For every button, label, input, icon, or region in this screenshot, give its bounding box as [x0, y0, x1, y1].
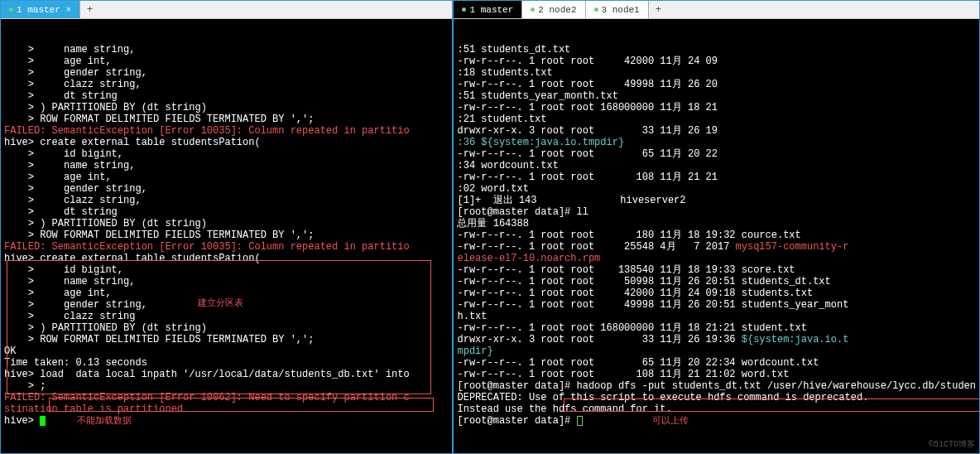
annotation-label-2: 不能加载数据: [77, 415, 132, 427]
terminal-line: DEPRECATED: Use of this script to execut…: [457, 392, 976, 403]
left-terminal[interactable]: > name string, > age int, > gender strin…: [1, 19, 452, 453]
terminal-line: FAILED: SemanticException [Error 10062]:…: [4, 392, 449, 403]
tab-label: 3 node1: [602, 5, 640, 15]
left-tabbar: 1 master × +: [1, 1, 452, 19]
terminal-line: -rw-r--r--. 1 root root 180 11月 18 19:32…: [457, 229, 976, 241]
terminal-line: :51 students_year_month.txt: [457, 90, 976, 102]
terminal-line: -rw-r--r--. 1 root root 42000 11月 24 09: [457, 56, 976, 67]
terminal-line: FAILED: SemanticException [Error 10035]:…: [4, 241, 449, 253]
terminal-line: -rw-r--r--. 1 root root 65 11月 20 22:34 …: [457, 357, 976, 369]
terminal-line: -rw-r--r--. 1 root root 50998 11月 26 20:…: [457, 276, 976, 287]
terminal-line: > clazz string,: [4, 79, 449, 90]
tab-label: 2 node2: [538, 5, 576, 15]
terminal-line: hive> create external table studentsPati…: [4, 137, 449, 148]
terminal-line: > ;: [4, 380, 449, 392]
terminal-line: :34 wordcount.txt: [457, 160, 976, 171]
terminal-line: > ROW FORMAT DELIMITED FIELDS TERMINATED…: [4, 229, 449, 241]
terminal-line: [root@master data]#: [457, 415, 976, 427]
cursor-icon: [40, 416, 46, 426]
right-terminal[interactable]: :51 students_dt.txt-rw-r--r--. 1 root ro…: [454, 19, 979, 453]
terminal-line: -rw-r--r--. 1 root root 42000 11月 24 09:…: [457, 287, 976, 299]
tab-label: 1 master ×: [17, 5, 71, 15]
status-dot-icon: [531, 7, 535, 12]
terminal-line: hive> load data local inpath '/usr/local…: [4, 369, 449, 380]
terminal-line: OK: [4, 345, 449, 357]
terminal-line: -rw-r--r--. 1 root root 49998 11月 26 20: [457, 79, 976, 90]
terminal-line: > ROW FORMAT DELIMITED FIELDS TERMINATED…: [4, 114, 449, 125]
terminal-line: > ) PARTITIONED BY (dt string): [4, 102, 449, 114]
annotation-label-1: 建立分区表: [198, 297, 243, 309]
terminal-line: -rw-r--r--. 1 root root 168000000 11月 18…: [457, 102, 976, 114]
tab-node2[interactable]: 2 node2: [522, 1, 585, 18]
annotation-label-3: 可以上传: [652, 415, 689, 427]
terminal-line: [root@master data]# hadoop dfs -put stud…: [457, 380, 976, 392]
tab-node1[interactable]: 3 node1: [586, 1, 649, 18]
tab-master-right[interactable]: 1 master: [454, 1, 522, 18]
terminal-line: > dt string: [4, 206, 449, 218]
terminal-line: [root@master data]# ll: [457, 206, 976, 218]
terminal-line: -rw-r--r--. 1 root root 25548 4月 7 2017 …: [457, 241, 976, 253]
terminal-line: h.txt: [457, 311, 976, 322]
terminal-line: > name string,: [4, 44, 449, 56]
terminal-line: Instead use the hdfs command for it.: [457, 403, 976, 415]
terminal-line: > dt string: [4, 90, 449, 102]
terminal-line: > clazz string: [4, 311, 449, 322]
terminal-line: -rw-r--r--. 1 root root 108 11月 21 21: [457, 171, 976, 183]
tab-label: 1 master: [469, 5, 513, 15]
watermark: ©51CTO博客: [929, 439, 975, 451]
terminal-line: :51 students_dt.txt: [457, 44, 976, 56]
terminal-line: :18 students.txt: [457, 67, 976, 79]
right-tabbar: 1 master 2 node2 3 node1 +: [454, 1, 979, 19]
status-dot-icon: [462, 7, 466, 12]
cursor-icon: [577, 416, 583, 426]
terminal-line: -rw-r--r--. 1 root root 108 11月 21 21:02…: [457, 369, 976, 380]
terminal-line: > clazz string,: [4, 195, 449, 206]
terminal-line: :02 word.txt: [457, 183, 976, 195]
terminal-line: -rw-r--r--. 1 root root 65 11月 20 22: [457, 148, 976, 160]
status-dot-icon: [594, 7, 598, 12]
terminal-line: hive> create external table studentsPati…: [4, 253, 449, 264]
terminal-line: [1]+ 退出 143 hiveserver2: [457, 195, 976, 206]
terminal-line: Time taken: 0.13 seconds: [4, 357, 449, 369]
terminal-line: > age int,: [4, 171, 449, 183]
terminal-line: elease-el7-10.noarch.rpm: [457, 253, 976, 264]
terminal-line: > gender string,: [4, 183, 449, 195]
terminal-line: -rw-r--r--. 1 root root 49998 11月 26 20:…: [457, 299, 976, 311]
terminal-line: mpdir}: [457, 345, 976, 357]
split-container: 1 master × + > name string, > age int, >…: [0, 0, 980, 454]
left-pane: 1 master × + > name string, > age int, >…: [0, 0, 453, 454]
terminal-line: 总用量 164388: [457, 218, 976, 229]
terminal-line: :36 ${system:java.io.tmpdir}: [457, 137, 976, 148]
terminal-line: > name string,: [4, 160, 449, 171]
terminal-line: > ) PARTITIONED BY (dt string): [4, 218, 449, 229]
terminal-line: -rw-r--r--. 1 root root 168000000 11月 18…: [457, 322, 976, 334]
terminal-line: > id bigint,: [4, 264, 449, 276]
terminal-line: :21 student.txt: [457, 114, 976, 125]
terminal-line: drwxr-xr-x. 3 root root 33 11月 26 19:36 …: [457, 334, 976, 345]
terminal-line: drwxr-xr-x. 3 root root 33 11月 26 19: [457, 125, 976, 137]
terminal-line: > id bigint,: [4, 148, 449, 160]
tab-add-right[interactable]: +: [649, 2, 668, 17]
terminal-line: > name string,: [4, 276, 449, 287]
terminal-line: > gender string,: [4, 67, 449, 79]
right-pane: 1 master 2 node2 3 node1 + :51 students_…: [453, 0, 980, 454]
terminal-line: > age int,: [4, 56, 449, 67]
terminal-line: stination table is partitioned: [4, 403, 449, 415]
terminal-line: > ) PARTITIONED BY (dt string): [4, 322, 449, 334]
terminal-line: hive>: [4, 415, 449, 427]
status-dot-icon: [9, 7, 13, 12]
tab-master-left[interactable]: 1 master ×: [1, 1, 80, 18]
terminal-line: -rw-r--r--. 1 root root 138540 11月 18 19…: [457, 264, 976, 276]
terminal-line: > ROW FORMAT DELIMITED FIELDS TERMINATED…: [4, 334, 449, 345]
tab-add-left[interactable]: +: [80, 2, 99, 17]
terminal-line: FAILED: SemanticException [Error 10035]:…: [4, 125, 449, 137]
